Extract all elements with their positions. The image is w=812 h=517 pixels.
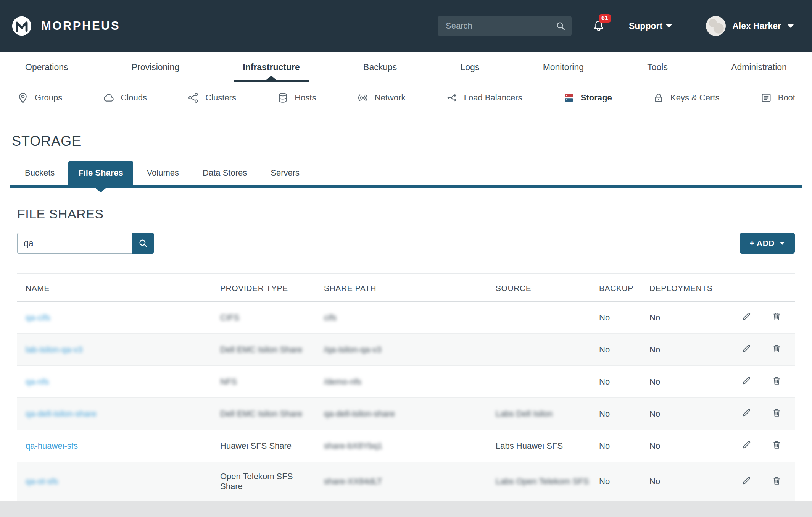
brand-name: MORPHEUS (41, 19, 120, 33)
sub-nav-label: Storage (581, 93, 612, 103)
sub-nav-item-hosts[interactable]: Hosts (277, 92, 316, 104)
edit-button[interactable] (741, 343, 752, 354)
main-nav-label: Infrastructure (243, 62, 300, 73)
delete-button[interactable] (772, 343, 782, 354)
column-header-provider-type[interactable]: PROVIDER TYPE (220, 274, 324, 302)
edit-button[interactable] (741, 439, 752, 450)
pencil-icon (741, 375, 752, 386)
file-share-link[interactable]: lab-isilon-qa-v3 (26, 345, 82, 354)
main-nav-item-infrastructure[interactable]: Infrastructure (239, 52, 304, 82)
main-nav-item-administration[interactable]: Administration (727, 52, 791, 82)
column-header-actions (724, 274, 795, 302)
user-menu[interactable]: Alex Harker (706, 16, 794, 36)
sub-nav-item-boot[interactable]: Boot (760, 92, 795, 104)
cell-share-path: share-bX8Ybq1 (324, 430, 496, 462)
app-header: MORPHEUS 61 Support Alex Harker (0, 0, 812, 52)
add-button[interactable]: + ADD (740, 233, 795, 254)
cell-share-path: cifs (324, 302, 496, 334)
table-row: qa-ot-sfs Open Telekom SFS Share share-X… (17, 462, 795, 501)
lock-icon (652, 92, 665, 104)
main-nav-label: Provisioning (132, 62, 179, 73)
delete-button[interactable] (772, 375, 782, 386)
sub-nav-label: Hosts (295, 93, 316, 103)
search-icon (138, 238, 148, 248)
filter-group (17, 233, 154, 254)
cell-backup: No (599, 334, 649, 366)
main-nav-item-logs[interactable]: Logs (457, 52, 483, 82)
trash-icon (772, 311, 782, 322)
cell-backup: No (599, 430, 649, 462)
tab-servers[interactable]: Servers (261, 161, 309, 185)
tab-data-stores[interactable]: Data Stores (193, 161, 257, 185)
main-nav-item-operations[interactable]: Operations (21, 52, 72, 82)
table-row: qa-dell-isilon-share Dell EMC Isilon Sha… (17, 398, 795, 430)
column-header-backup[interactable]: BACKUP (599, 274, 649, 302)
main-nav-item-monitoring[interactable]: Monitoring (539, 52, 588, 82)
tab-volumes[interactable]: Volumes (137, 161, 189, 185)
tab-file-shares[interactable]: File Shares (68, 161, 133, 185)
support-menu[interactable]: Support (629, 21, 672, 31)
page-content: STORAGE Buckets File Shares Volumes Data… (0, 133, 812, 501)
pencil-icon (741, 343, 752, 354)
user-name: Alex Harker (732, 21, 781, 31)
sub-nav-item-keys-certs[interactable]: Keys & Certs (652, 92, 719, 104)
cell-deployments: No (649, 430, 724, 462)
edit-button[interactable] (741, 407, 752, 418)
main-nav-item-tools[interactable]: Tools (643, 52, 672, 82)
tab-label: Volumes (147, 168, 179, 178)
tab-label: Data Stores (203, 168, 247, 178)
sub-nav-label: Clouds (121, 93, 147, 103)
main-nav-item-provisioning[interactable]: Provisioning (128, 52, 183, 82)
section-title: FILE SHARES (17, 207, 795, 221)
delete-button[interactable] (772, 407, 782, 418)
load-balancer-icon (446, 92, 458, 104)
cell-deployments: No (649, 302, 724, 334)
delete-button[interactable] (772, 475, 782, 486)
file-share-link[interactable]: qa-cifs (26, 313, 50, 322)
file-share-link[interactable]: qa-nfs (26, 377, 49, 386)
sub-nav-item-clouds[interactable]: Clouds (103, 92, 147, 104)
sub-nav-item-load-balancers[interactable]: Load Balancers (446, 92, 522, 104)
sub-nav-item-clusters[interactable]: Clusters (187, 92, 236, 104)
column-header-deployments[interactable]: DEPLOYMENTS (649, 274, 724, 302)
chevron-down-icon (788, 24, 794, 28)
cell-deployments: No (649, 398, 724, 430)
cell-source (496, 366, 599, 398)
sub-nav-item-storage[interactable]: Storage (563, 92, 612, 104)
sub-nav-item-groups[interactable]: Groups (17, 92, 62, 104)
sub-nav-label: Network (375, 93, 406, 103)
column-header-share-path[interactable]: SHARE PATH (324, 274, 496, 302)
filter-search-button[interactable] (132, 233, 154, 254)
edit-button[interactable] (741, 375, 752, 386)
cell-share-path: /qa-isilon-qa-v3 (324, 334, 496, 366)
edit-button[interactable] (741, 311, 752, 322)
edit-button[interactable] (741, 475, 752, 486)
tab-label: File Shares (78, 168, 123, 178)
cell-deployments: No (649, 366, 724, 398)
boot-icon (760, 92, 772, 104)
cluster-icon (187, 92, 200, 104)
main-nav-item-backups[interactable]: Backups (359, 52, 401, 82)
column-header-source[interactable]: SOURCE (496, 274, 599, 302)
cell-backup: No (599, 366, 649, 398)
pencil-icon (741, 311, 752, 322)
file-shares-section: FILE SHARES + ADD NAMEPROVIDER TYPESHARE… (10, 207, 802, 501)
column-header-name[interactable]: NAME (17, 274, 220, 302)
delete-button[interactable] (772, 439, 782, 450)
notifications-button[interactable]: 61 (592, 19, 605, 32)
storage-icon (563, 92, 575, 104)
trash-icon (772, 343, 782, 354)
chevron-down-icon (780, 242, 785, 245)
delete-button[interactable] (772, 311, 782, 322)
file-share-link[interactable]: qa-dell-isilon-share (26, 409, 97, 418)
tab-buckets[interactable]: Buckets (15, 161, 64, 185)
support-label: Support (629, 21, 662, 31)
cell-provider-type: NFS (220, 366, 324, 398)
global-search-input[interactable] (438, 16, 572, 36)
table-row: qa-nfs NFS /demo-nfs No No (17, 366, 795, 398)
brand[interactable]: MORPHEUS (11, 15, 120, 37)
file-share-link[interactable]: qa-huawei-sfs (26, 441, 78, 451)
sub-nav-item-network[interactable]: Network (357, 92, 406, 104)
file-share-link[interactable]: qa-ot-sfs (26, 477, 58, 486)
filter-input[interactable] (17, 233, 132, 254)
